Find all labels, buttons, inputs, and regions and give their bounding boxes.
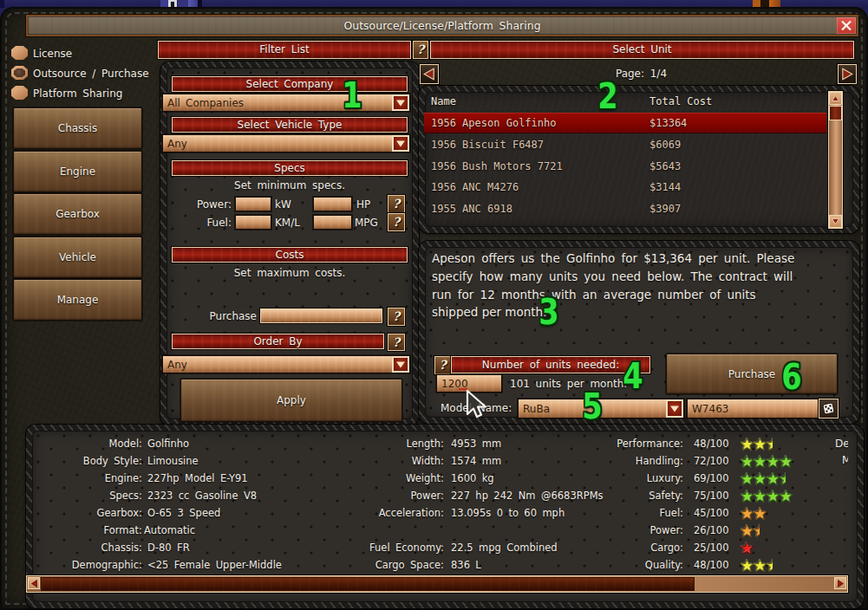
half-star-clip bbox=[780, 472, 786, 485]
model-code-value: W7463 bbox=[692, 399, 728, 418]
model-code-input[interactable]: W7463 bbox=[687, 399, 823, 419]
chevron-down-icon bbox=[396, 100, 406, 107]
close-icon bbox=[840, 20, 852, 31]
rating-stars bbox=[741, 559, 773, 572]
power-help-button[interactable]: ? bbox=[388, 195, 405, 213]
star-icon bbox=[754, 559, 767, 572]
rating-stars bbox=[741, 524, 760, 537]
randomize-name-button[interactable] bbox=[819, 399, 839, 419]
detail-value: <25 Female Upper-Middle bbox=[147, 558, 282, 572]
star-icon bbox=[754, 524, 760, 537]
scroll-thumb[interactable] bbox=[829, 106, 842, 120]
vehicle-type-select[interactable]: Any bbox=[162, 134, 410, 152]
fuel-help-button[interactable]: ? bbox=[388, 213, 405, 231]
dice-icon bbox=[821, 401, 836, 416]
detail-value: D-80 FR bbox=[147, 541, 190, 555]
costs-title: Costs bbox=[276, 249, 304, 261]
star-icon bbox=[741, 438, 754, 451]
mouse-cursor bbox=[466, 389, 488, 422]
purchase-button[interactable]: Purchase bbox=[666, 354, 838, 394]
description-line: shipped per month. bbox=[432, 303, 794, 321]
sidebar-button-vehicle[interactable]: Vehicle bbox=[13, 237, 142, 278]
details-scroll-thumb[interactable] bbox=[41, 577, 695, 591]
filter-help-button[interactable]: ? bbox=[413, 41, 428, 59]
detail-label: Body Style: bbox=[26, 454, 142, 468]
vehicle-type-select-value: Any bbox=[167, 135, 187, 152]
sidebar-button-manage[interactable]: Manage bbox=[13, 279, 142, 321]
details-scrollbar[interactable] bbox=[26, 575, 848, 593]
details-overflow-col2: M bbox=[842, 453, 848, 467]
detail-value: 4953 mm bbox=[451, 437, 501, 451]
star-icon bbox=[741, 559, 754, 572]
rating-value: 75/100 bbox=[694, 489, 728, 503]
unit-cost: $3144 bbox=[649, 177, 681, 198]
purchase-cost-label: Purchase bbox=[187, 309, 257, 323]
order-by-select-value: Any bbox=[167, 356, 187, 373]
unit-list-scrollbar[interactable] bbox=[828, 91, 843, 229]
radio-platform-sharing[interactable] bbox=[11, 86, 28, 100]
rating-label: Luxury: bbox=[564, 471, 683, 485]
sidebar-button-gearbox[interactable]: Gearbox bbox=[13, 193, 142, 235]
star-icon bbox=[767, 559, 773, 572]
vehicle-type-select-arrow[interactable] bbox=[392, 135, 409, 152]
radio-outsource-purchase-label: Outsource / Purchase bbox=[33, 67, 149, 81]
unit-name: 1955 ANC 6918 bbox=[431, 198, 512, 219]
detail-label: Length: bbox=[330, 437, 444, 451]
radio-license[interactable] bbox=[11, 46, 28, 60]
unit-row-4[interactable]: 1955 ANC 6918 $3907 bbox=[424, 198, 826, 219]
rating-value: 45/100 bbox=[694, 506, 728, 520]
detail-value: 22.5 mpg Combined bbox=[451, 541, 558, 555]
fuel-kml-input[interactable] bbox=[235, 215, 271, 230]
power-kw-input[interactable] bbox=[235, 197, 271, 211]
order-by-select-arrow[interactable] bbox=[392, 356, 409, 373]
star-icon bbox=[754, 490, 767, 503]
purchase-cost-help-button[interactable]: ? bbox=[388, 308, 405, 326]
scroll-down-button[interactable] bbox=[829, 215, 842, 228]
page-next-button[interactable] bbox=[838, 64, 857, 84]
detail-label: Fuel Economy: bbox=[330, 541, 444, 555]
apply-button[interactable]: Apply bbox=[180, 379, 402, 422]
sidebar-button-chassis[interactable]: Chassis bbox=[13, 107, 142, 149]
rating-value: 48/100 bbox=[694, 558, 728, 572]
select-company-header: Select Company bbox=[172, 76, 408, 92]
rating-stars bbox=[741, 472, 786, 485]
units-needed-help-button[interactable]: ? bbox=[434, 356, 451, 374]
details-scroll-right-button[interactable] bbox=[834, 577, 846, 589]
unit-row-1[interactable]: 1956 Biscuit F6487 $6069 bbox=[424, 134, 826, 155]
units-needed-header: Number of units needed: bbox=[451, 356, 650, 373]
unit-row-3[interactable]: 1956 ANC M4276 $3144 bbox=[424, 177, 826, 198]
company-select-arrow[interactable] bbox=[392, 94, 409, 111]
arrow-right-icon bbox=[838, 580, 844, 587]
sidebar-button-engine[interactable]: Engine bbox=[13, 151, 142, 192]
detail-label: Weight: bbox=[330, 471, 444, 485]
power-hp-input[interactable] bbox=[313, 197, 352, 211]
radio-outsource-purchase[interactable] bbox=[11, 66, 28, 80]
unit-row-2[interactable]: 1956 Bush Motors 7721 $5643 bbox=[424, 156, 826, 177]
star-icon bbox=[741, 472, 754, 485]
order-by-select[interactable]: Any bbox=[162, 355, 410, 373]
specs-subtitle: Set minimum specs. bbox=[160, 178, 419, 192]
detail-label: Cargo Space: bbox=[330, 558, 444, 572]
unit-list-header-row: Name Total Cost bbox=[424, 91, 826, 112]
specs-header: Specs bbox=[172, 160, 408, 176]
rating-stars bbox=[741, 490, 793, 503]
unit-row-0[interactable]: 1956 Apeson Golfinho $13364 bbox=[424, 113, 826, 133]
select-company-title: Select Company bbox=[246, 78, 334, 90]
app-screen: Outsource/License/Platform Sharing Licen… bbox=[0, 0, 868, 610]
rating-label: Fuel: bbox=[564, 506, 683, 520]
fuel-mpg-input[interactable] bbox=[313, 215, 352, 230]
model-name-select-arrow[interactable] bbox=[666, 399, 683, 418]
order-by-help-button[interactable]: ? bbox=[388, 334, 405, 351]
rating-label: Power: bbox=[564, 523, 683, 537]
purchase-cost-slider[interactable] bbox=[260, 308, 382, 323]
company-select[interactable]: All Companies bbox=[162, 94, 410, 112]
contract-description: Apeson offers us the Golfinho for $13,36… bbox=[432, 250, 794, 321]
close-button[interactable] bbox=[837, 17, 856, 34]
rating-label: Cargo: bbox=[564, 541, 683, 555]
details-scroll-left-button[interactable] bbox=[28, 577, 40, 589]
unit-name: 1956 Apeson Golfinho bbox=[431, 113, 557, 133]
annotation-2: 2 bbox=[597, 81, 617, 111]
rating-label: Handling: bbox=[564, 454, 683, 468]
page-indicator: Page: 1/4 bbox=[430, 67, 852, 81]
scroll-up-button[interactable] bbox=[829, 92, 842, 105]
